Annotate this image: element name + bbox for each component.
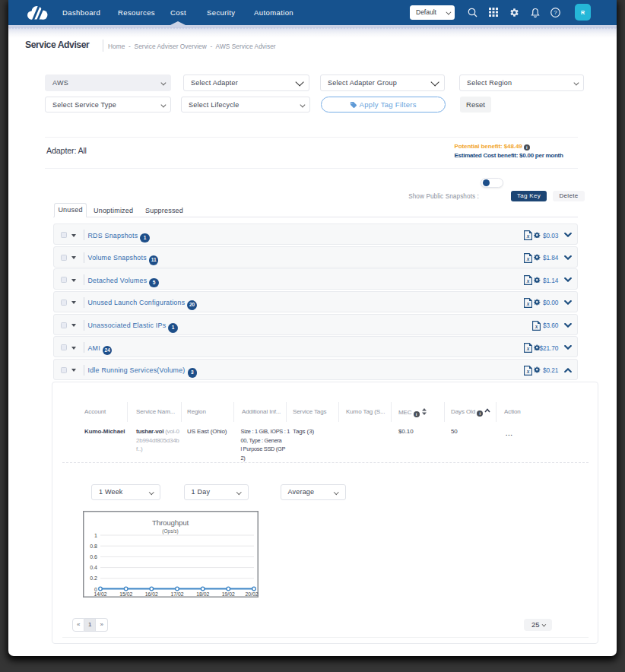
svg-text:1: 1 [94, 533, 97, 538]
svg-text:19/02: 19/02 [222, 591, 235, 597]
svg-text:(Ops/s): (Ops/s) [162, 528, 178, 534]
svg-text:18/02: 18/02 [196, 591, 209, 597]
svg-text:17/02: 17/02 [170, 591, 183, 597]
svg-text:x: x [526, 345, 530, 352]
svg-text:Throughput: Throughput [152, 518, 189, 527]
svg-text:0.4: 0.4 [90, 565, 97, 570]
svg-text:?: ? [554, 9, 557, 16]
svg-text:x: x [526, 277, 530, 284]
svg-text:0.2: 0.2 [90, 575, 97, 581]
svg-text:x: x [535, 323, 538, 330]
svg-text:x: x [526, 368, 530, 375]
svg-text:20/02: 20/02 [245, 591, 258, 597]
svg-text:x: x [526, 233, 530, 239]
svg-text:0.8: 0.8 [90, 544, 97, 549]
svg-text:16/02: 16/02 [145, 591, 158, 597]
svg-text:15/02: 15/02 [119, 591, 132, 597]
svg-text:14/02: 14/02 [94, 591, 106, 597]
svg-text:x: x [526, 255, 530, 262]
svg-text:0.6: 0.6 [90, 554, 97, 559]
svg-text:x: x [526, 300, 530, 307]
